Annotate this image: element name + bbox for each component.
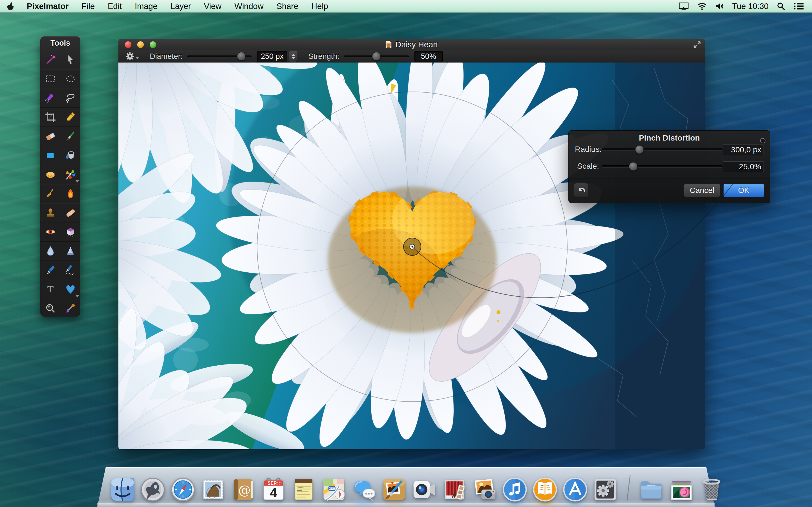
tool-sponge[interactable]: [40, 165, 60, 184]
pen-icon: [44, 264, 57, 277]
tool-fill-bucket[interactable]: [60, 146, 80, 165]
burn-icon: [64, 187, 77, 200]
minimize-button[interactable]: [137, 41, 144, 48]
dock-calendar[interactable]: SEP4: [258, 473, 289, 503]
tool-sharpen-block[interactable]: [60, 222, 80, 241]
tool-magic-wand[interactable]: [40, 50, 60, 69]
dock-maps[interactable]: 280: [319, 473, 349, 503]
undo-button[interactable]: [574, 183, 589, 198]
zoom-window-button[interactable]: [149, 41, 156, 48]
volume-icon[interactable]: [711, 0, 728, 12]
strength-value[interactable]: 50%: [414, 51, 443, 62]
diameter-slider-thumb[interactable]: [237, 52, 246, 61]
dock-photo-booth[interactable]: [439, 473, 469, 503]
tool-rect-marquee[interactable]: [40, 69, 60, 88]
tool-pen[interactable]: [40, 261, 60, 280]
dock-documents-folder[interactable]: [636, 473, 666, 503]
move-icon: [64, 53, 77, 66]
tool-dodge[interactable]: [40, 184, 60, 203]
dock-photo-editor[interactable]: [379, 473, 409, 503]
dock-iphoto[interactable]: [469, 473, 500, 503]
wifi-icon[interactable]: [693, 0, 711, 12]
tool-eyedropper[interactable]: [60, 299, 80, 318]
radius-value[interactable]: 300,0 px: [723, 145, 764, 155]
svg-text:4: 4: [270, 485, 277, 500]
tool-crop[interactable]: [40, 107, 60, 126]
tool-quick-select[interactable]: [40, 88, 60, 107]
dock-photos-stack[interactable]: [666, 473, 696, 503]
dock-ibooks[interactable]: [530, 473, 560, 503]
notification-center-icon[interactable]: [790, 0, 808, 12]
scale-value[interactable]: 25,0%: [723, 161, 764, 172]
menu-window[interactable]: Window: [228, 0, 270, 12]
gear-menu-button[interactable]: [125, 52, 139, 61]
tool-move[interactable]: [60, 50, 80, 69]
eyedropper-icon: [64, 302, 77, 315]
menu-layer[interactable]: Layer: [164, 0, 198, 12]
tool-ellipse-marquee[interactable]: [60, 69, 80, 88]
tool-sharpen-cone[interactable]: [60, 241, 80, 261]
window-title-bar[interactable]: Daisy Heart: [118, 39, 705, 50]
dock-launchpad[interactable]: [138, 473, 168, 503]
diameter-stepper[interactable]: [289, 51, 297, 62]
menu-app-name[interactable]: Pixelmator: [20, 0, 75, 12]
tool-lasso[interactable]: [60, 88, 80, 107]
dock-items: @SEP4280: [107, 473, 726, 503]
ok-button[interactable]: OK: [723, 184, 764, 197]
tool-freeform-pen[interactable]: [60, 261, 80, 280]
dock-safari[interactable]: [168, 473, 198, 503]
tools-grid: T: [40, 50, 80, 318]
menu-help[interactable]: Help: [305, 0, 335, 12]
canvas-image[interactable]: [118, 62, 705, 449]
freeform-pen-icon: [64, 264, 77, 277]
strength-slider[interactable]: [344, 55, 409, 57]
tool-type[interactable]: T: [40, 280, 60, 299]
tool-heal[interactable]: [60, 203, 80, 222]
tool-red-eye[interactable]: [40, 222, 60, 241]
scale-slider-thumb[interactable]: [629, 162, 638, 171]
dock-finder[interactable]: [107, 473, 138, 503]
tool-clone-stamp[interactable]: [40, 203, 60, 222]
apple-menu[interactable]: [0, 0, 20, 12]
tool-effects-pinwheel[interactable]: [60, 165, 80, 184]
rope-knob[interactable]: [760, 138, 765, 144]
fullscreen-icon[interactable]: [693, 41, 701, 50]
menu-clock[interactable]: Tue 10:30: [728, 2, 772, 11]
diameter-slider[interactable]: [187, 55, 252, 57]
tool-burn[interactable]: [60, 184, 80, 203]
menu-image[interactable]: Image: [128, 0, 164, 12]
dock-contacts[interactable]: @: [228, 473, 258, 503]
dock-notes[interactable]: [289, 473, 319, 503]
menu-bar: Pixelmator File Edit Image Layer View Wi…: [0, 0, 812, 13]
radius-slider-thumb[interactable]: [635, 145, 644, 154]
dock-facetime[interactable]: [409, 473, 439, 503]
gear-icon: [125, 52, 135, 61]
zoom-icon: [44, 302, 57, 315]
cancel-button[interactable]: Cancel: [684, 184, 720, 197]
tool-slice[interactable]: [60, 107, 80, 126]
spotlight-icon[interactable]: [772, 0, 790, 12]
dock-mail[interactable]: [198, 473, 228, 503]
dock-messages[interactable]: [349, 473, 379, 503]
dock-itunes[interactable]: [500, 473, 530, 503]
diameter-value[interactable]: 250 px: [257, 51, 287, 62]
radius-slider[interactable]: [602, 149, 723, 151]
menu-edit[interactable]: Edit: [101, 0, 128, 12]
close-button[interactable]: [124, 41, 132, 48]
strength-slider-thumb[interactable]: [372, 52, 380, 61]
dock-trash[interactable]: [696, 473, 726, 503]
tool-shape-rect[interactable]: [40, 146, 60, 165]
menu-file[interactable]: File: [75, 0, 101, 12]
tool-eraser[interactable]: [40, 126, 60, 146]
menu-share[interactable]: Share: [270, 0, 305, 12]
type-icon: T: [44, 283, 57, 296]
dock-system-preferences[interactable]: [590, 473, 620, 503]
airplay-icon[interactable]: [674, 0, 693, 12]
scale-slider[interactable]: [602, 165, 723, 167]
tool-brush[interactable]: [60, 126, 80, 146]
tool-blur-drop[interactable]: [40, 241, 60, 261]
tool-zoom[interactable]: [40, 299, 60, 318]
menu-view[interactable]: View: [197, 0, 228, 12]
dock-app-store[interactable]: [560, 473, 590, 503]
tool-shape-heart[interactable]: [60, 280, 80, 299]
